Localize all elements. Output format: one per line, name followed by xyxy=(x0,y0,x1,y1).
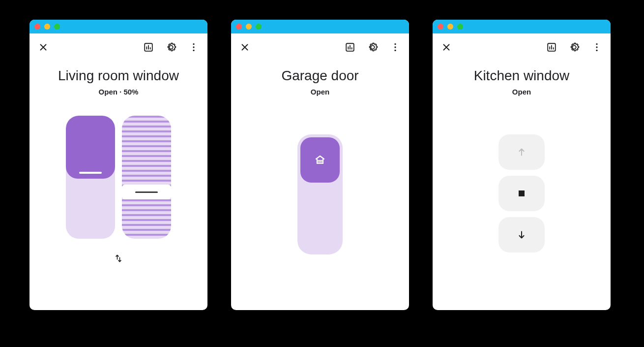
swap-button[interactable] xyxy=(114,253,123,265)
gear-icon xyxy=(166,42,176,53)
stop-button[interactable] xyxy=(498,176,545,211)
panel-garage-door: Garage door Open xyxy=(231,20,409,310)
traffic-light-close[interactable] xyxy=(34,24,40,30)
position-slider[interactable] xyxy=(66,116,115,239)
toolbar xyxy=(231,33,409,54)
close-icon xyxy=(38,42,49,53)
bar-chart-icon xyxy=(546,42,557,53)
tilt-slider[interactable] xyxy=(122,116,171,239)
svg-point-6 xyxy=(394,46,396,48)
close-button[interactable] xyxy=(238,40,252,54)
svg-point-10 xyxy=(596,46,597,48)
traffic-light-minimize[interactable] xyxy=(447,24,453,30)
device-status: Open xyxy=(231,88,409,96)
svg-point-3 xyxy=(193,50,194,51)
gear-icon xyxy=(569,42,580,53)
svg-point-7 xyxy=(394,50,396,51)
stop-icon xyxy=(519,190,525,196)
settings-button[interactable] xyxy=(164,40,178,54)
device-status: Open · 50% xyxy=(29,88,207,96)
toolbar xyxy=(29,33,207,54)
panel-living-room-window: Living room window Open · 50% xyxy=(29,20,207,310)
window-titlebar xyxy=(29,20,207,33)
traffic-light-zoom[interactable] xyxy=(256,24,262,30)
svg-point-1 xyxy=(193,43,194,45)
settings-button[interactable] xyxy=(567,40,581,54)
close-icon xyxy=(239,42,250,53)
arrow-down-icon xyxy=(516,229,527,240)
history-button[interactable] xyxy=(343,40,357,54)
swap-vert-icon xyxy=(114,253,123,263)
overflow-menu-button[interactable] xyxy=(388,40,402,54)
tilt-knob xyxy=(122,185,171,199)
toolbar xyxy=(433,33,611,54)
svg-point-11 xyxy=(596,50,597,51)
gear-icon xyxy=(367,42,378,53)
slider-grip xyxy=(79,172,102,174)
history-button[interactable] xyxy=(545,40,558,54)
slider-fill xyxy=(300,137,340,183)
svg-point-5 xyxy=(394,43,396,45)
open-button[interactable] xyxy=(498,134,545,170)
bar-chart-icon xyxy=(345,42,355,53)
svg-point-9 xyxy=(596,43,597,45)
settings-button[interactable] xyxy=(366,40,380,54)
more-vert-icon xyxy=(591,42,602,53)
traffic-light-minimize[interactable] xyxy=(246,24,252,30)
window-titlebar xyxy=(433,20,611,33)
garage-icon xyxy=(314,154,326,166)
arrow-up-icon xyxy=(516,147,527,158)
more-vert-icon xyxy=(188,42,199,53)
device-title: Kitchen window xyxy=(433,68,611,84)
history-button[interactable] xyxy=(142,40,155,54)
svg-point-2 xyxy=(193,46,194,48)
position-slider[interactable] xyxy=(297,134,343,254)
device-title: Living room window xyxy=(29,68,207,84)
close-button[interactable] xyxy=(36,40,50,54)
traffic-light-close[interactable] xyxy=(236,24,242,30)
traffic-light-minimize[interactable] xyxy=(44,24,50,30)
bar-chart-icon xyxy=(143,42,154,53)
panel-kitchen-window: Kitchen window Open xyxy=(433,20,611,310)
traffic-light-zoom[interactable] xyxy=(457,24,463,30)
close-button[interactable] xyxy=(439,40,453,54)
device-title: Garage door xyxy=(231,68,409,84)
close-cover-button[interactable] xyxy=(498,217,545,252)
overflow-menu-button[interactable] xyxy=(590,40,604,54)
overflow-menu-button[interactable] xyxy=(187,40,201,54)
window-titlebar xyxy=(231,20,409,33)
close-icon xyxy=(441,42,452,53)
more-vert-icon xyxy=(390,42,401,53)
traffic-light-zoom[interactable] xyxy=(54,24,60,30)
traffic-light-close[interactable] xyxy=(438,24,443,30)
device-status: Open xyxy=(433,88,611,96)
